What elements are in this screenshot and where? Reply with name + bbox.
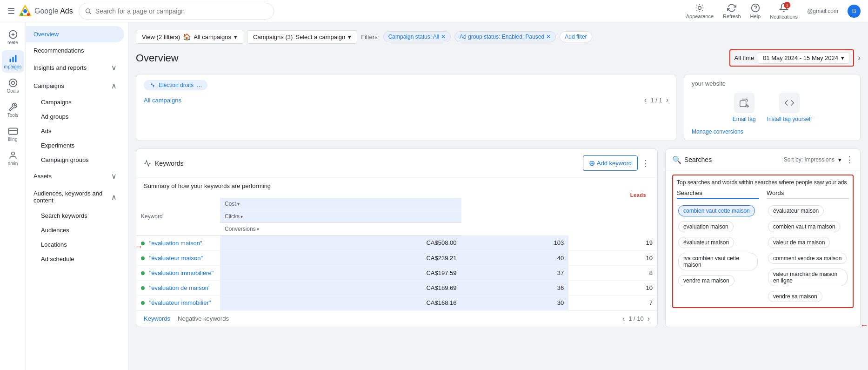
your-website-text: your website [692,80,853,87]
date-controls: All time 01 May 2024 - 15 May 2024 ▾ [729,49,854,67]
sidebar-icon-create[interactable]: reate [2,26,24,48]
tools-icon [8,102,18,112]
goals-label: Goals [7,88,19,94]
sidebar-icon-goals[interactable]: Goals [2,74,24,97]
kw-clicks-cell: 103 [461,235,569,250]
tools-label: Tools [7,113,18,118]
appearance-action[interactable]: Appearance [686,3,714,19]
kw-status-dot [141,242,145,245]
svg-point-15 [9,79,17,87]
search-chip[interactable]: vendre ma maison [678,275,734,286]
campaigns-count: Campaigns (3) [253,34,293,40]
nav-insights[interactable]: Insights and reports ∨ [26,59,124,77]
nav-recommendations[interactable]: Recommendations [26,42,124,59]
left-nav: Overview Recommendations Insights and re… [26,22,128,370]
nav-ads[interactable]: Ads [26,124,128,138]
kw-name[interactable]: "evaluation maison" [149,240,202,247]
svg-point-16 [11,81,14,84]
keywords-tab[interactable]: Keywords [144,315,170,322]
nav-campaign-groups[interactable]: Campaign groups [26,153,128,167]
date-next-arrow[interactable]: › [858,53,861,63]
search-input[interactable] [95,7,268,15]
kw-conversions-cell: 10 [568,250,657,265]
nav-experiments[interactable]: Experiments [26,138,128,153]
add-keyword-button[interactable]: ⊕ Add keyword [583,155,638,171]
word-chip[interactable]: vendre sa maison [768,291,822,302]
date-picker-chevron: ▾ [841,54,844,61]
user-avatar[interactable]: B [848,5,861,18]
install-tag-icon [784,98,795,108]
audiences-chevron: ∧ [111,193,117,202]
search-chip[interactable]: tva combien vaut cette maison [678,253,758,270]
nav-audiences-section[interactable]: Audiences, keywords and content ∧ [26,185,124,209]
nav-audiences-label: Audiences [41,227,69,234]
nav-search-keywords[interactable]: Search keywords [26,209,128,223]
search-chip[interactable]: évaluateur maison [678,237,734,248]
install-tag-label: Install tag yourself [767,116,812,122]
nav-overview[interactable]: Overview [26,26,124,42]
hamburger-icon[interactable]: ☰ [7,6,15,16]
nav-adgroups[interactable]: Ad groups [26,109,128,124]
svg-rect-20 [740,101,746,107]
prev-page-btn[interactable]: ‹ [644,96,647,104]
nav-ad-schedule[interactable]: Ad schedule [26,252,128,266]
sidebar-icon-tools[interactable]: Tools [2,99,24,121]
search-chip[interactable]: evaluation maison [678,221,734,232]
nav-campaigns[interactable]: Campaigns [26,95,128,109]
view-button[interactable]: View (2 filters) 🏠 All campaigns ▾ [136,30,243,44]
searches-title: Searches [684,156,712,163]
kw-name[interactable]: "évaluateur immobilier" [149,299,211,306]
nav-locations-label: Locations [41,241,67,248]
nav-locations[interactable]: Locations [26,237,128,252]
next-page-btn[interactable]: › [666,96,668,104]
sidebar-icon-billing[interactable]: illing [2,123,24,145]
install-tag-btn[interactable]: Install tag yourself [767,93,812,122]
kw-name[interactable]: "évaluation immobilière" [149,269,214,276]
sidebar-icon-admin[interactable]: dmin [2,147,24,169]
keywords-table: Keyword Cost ▾ Clicks ▾ Conversions [136,198,657,310]
word-chip[interactable]: combien vaut ma maison [768,221,840,232]
searches-column: Searches combien vaut cette maisonevalua… [677,189,759,303]
nav-search-keywords-label: Search keywords [41,212,87,219]
all-time-label: All time [734,54,754,61]
word-chip[interactable]: valeur de ma maison [768,237,830,248]
notifications-action[interactable]: 1 Notifications [770,3,798,20]
email-tag-btn[interactable]: Email tag [733,93,756,122]
add-filter-button[interactable]: Add filter [560,31,592,42]
kw-name[interactable]: "évaluateur maison" [149,255,203,262]
sort-chevron[interactable]: ▾ [838,156,841,163]
appearance-icon [695,3,704,13]
kw-cost-cell: CA$508.00 [220,235,461,250]
col-header-clicks[interactable]: Clicks ▾ [220,210,461,223]
kw-prev-btn[interactable]: ‹ [622,315,625,323]
main-content: View (2 filters) 🏠 All campaigns ▾ Campa… [128,22,868,370]
svg-line-5 [89,12,91,13]
topbar: ☰ Google Ads Appearance Refresh [0,0,868,22]
refresh-action[interactable]: Refresh [723,3,741,19]
filter-chip-2[interactable]: Ad group status: Enabled, Paused ✕ [454,31,556,42]
kw-name[interactable]: "evaluation de maison" [149,284,211,291]
col-header-cost[interactable]: Cost ▾ [220,198,461,210]
search-bar[interactable] [79,3,274,20]
nav-assets[interactable]: Assets ∨ [26,167,124,185]
nav-campaigns-section[interactable]: Campaigns ∧ [26,77,124,95]
filter-chip-1[interactable]: Campaign status: All ✕ [383,31,451,42]
help-action[interactable]: Help [750,3,761,19]
logo-text: Google Ads [34,7,73,15]
searches-more-btn[interactable]: ⋮ [845,155,854,165]
date-range-picker[interactable]: 01 May 2024 - 15 May 2024 ▾ [758,52,849,64]
filter-chip-2-close: ✕ [546,34,551,40]
negative-keywords-tab[interactable]: Negative keywords [178,315,229,322]
col-header-conversions[interactable]: Conversions ▾ [220,223,461,235]
nav-audiences[interactable]: Audiences [26,223,128,237]
word-chip[interactable]: comment vendre sa maison [768,253,847,264]
search-chip[interactable]: combien vaut cette maison [678,205,755,216]
campaigns-select[interactable]: Campaigns (3) Select a campaign ▾ [247,30,357,44]
sidebar-icon-campaigns[interactable]: mpaigns [2,50,24,73]
keywords-more-btn[interactable]: ⋮ [641,158,650,168]
manage-conversions-link[interactable]: Manage conversions [692,128,743,135]
word-chip[interactable]: valeur marchande maison en ligne [768,269,848,286]
all-campaigns-link[interactable]: All campaigns [144,97,181,104]
word-chip[interactable]: évaluateur maison [768,205,824,216]
kw-next-btn[interactable]: › [648,315,650,323]
